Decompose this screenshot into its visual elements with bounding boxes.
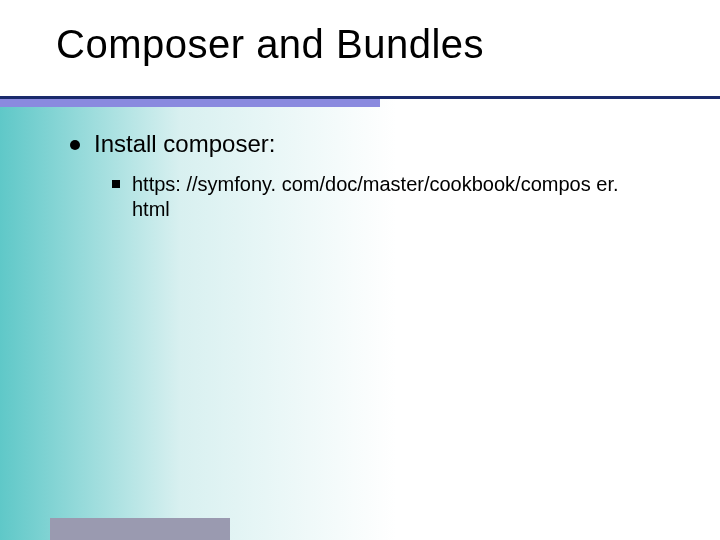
divider-accent [0, 99, 380, 107]
bullet-level1-text: Install composer: [94, 130, 275, 158]
bullet-level1: Install composer: [70, 130, 660, 158]
footer-block [50, 518, 230, 540]
slide: Composer and Bundles Install composer: h… [0, 0, 720, 540]
bullet-square-icon [112, 180, 120, 188]
bullet-level2: https: //symfony. com/doc/master/cookboo… [112, 172, 660, 222]
content-area: Install composer: https: //symfony. com/… [70, 130, 660, 230]
bullet-level2-text: https: //symfony. com/doc/master/cookboo… [132, 172, 652, 222]
slide-title: Composer and Bundles [56, 22, 484, 67]
bullet-dot-icon [70, 140, 80, 150]
